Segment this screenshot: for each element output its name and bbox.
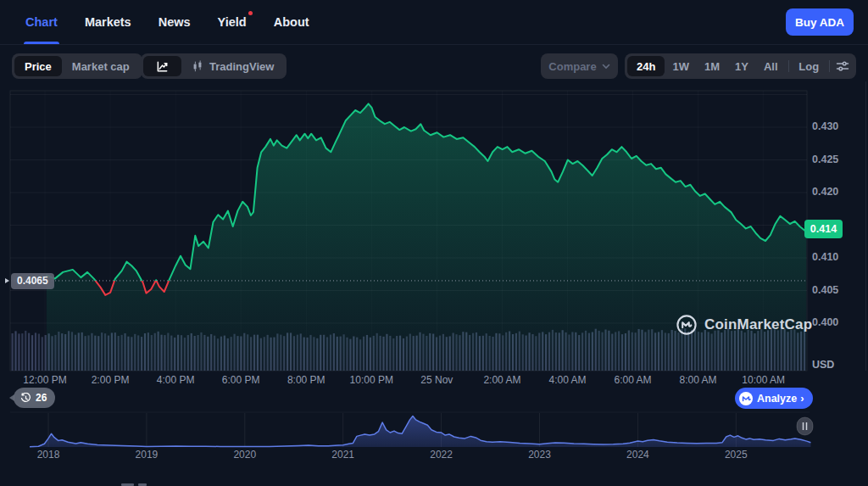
brush-year-label: 2025	[725, 449, 748, 461]
brush-year-label: 2024	[626, 449, 649, 461]
y-tick-label: 0.400	[812, 316, 838, 328]
x-tick-label: 8:00 AM	[680, 374, 717, 386]
x-tick-label: 8:00 PM	[287, 374, 326, 386]
x-tick-label: 25 Nov	[420, 374, 453, 386]
y-axis-unit: USD	[812, 359, 834, 371]
analyze-chevron-icon: ›	[800, 392, 804, 405]
history-clock-icon	[20, 393, 31, 404]
y-tick-label: 0.430	[812, 120, 838, 132]
brush-year-label: 2018	[37, 449, 60, 461]
analyze-button[interactable]: Analyze ›	[735, 388, 813, 409]
analyze-cmc-icon	[739, 392, 753, 405]
x-tick-label: 4:00 PM	[157, 374, 195, 386]
x-tick-label: 12:00 PM	[23, 374, 66, 386]
y-tick-label: 0.405	[812, 284, 838, 296]
x-tick-label: 4:00 AM	[548, 374, 586, 386]
open-price-marker	[5, 278, 9, 283]
cmc-chart-page: ChartMarketsNewsYieldAbout Buy ADA Price…	[0, 0, 868, 486]
x-tick-label: 2:00 AM	[483, 374, 520, 386]
x-tick-label: 6:00 AM	[615, 374, 652, 386]
last-price-badge: 0.414	[804, 220, 843, 238]
y-tick-label: 0.420	[812, 186, 838, 198]
y-tick-label: 0.425	[812, 154, 838, 165]
x-tick-label: 10:00 AM	[742, 374, 785, 386]
brush-year-label: 2020	[233, 449, 256, 461]
x-tick-label: 2:00 PM	[92, 374, 130, 386]
brush-year-label: 2021	[331, 449, 354, 461]
brush-year-label: 2022	[430, 449, 453, 461]
brush-year-label: 2019	[136, 449, 159, 461]
x-tick-label: 6:00 PM	[222, 374, 260, 386]
watermark-label: CoinMarketCap	[704, 316, 812, 333]
open-price-badge: 0.4065	[11, 273, 54, 289]
brush-year-label: 2023	[528, 449, 551, 461]
history-count: 26	[36, 392, 47, 404]
drawings-history-badge[interactable]: 26	[14, 388, 55, 408]
watermark: CoinMarketCap	[676, 314, 812, 336]
y-tick-label: 0.410	[812, 251, 838, 263]
chart-overlays: 0.4300.4250.4200.4100.4050.400 USD 0.414…	[0, 0, 868, 486]
analyze-label: Analyze	[757, 393, 797, 405]
coinmarketcap-logo-icon	[676, 314, 698, 336]
x-tick-label: 10:00 PM	[350, 374, 393, 386]
